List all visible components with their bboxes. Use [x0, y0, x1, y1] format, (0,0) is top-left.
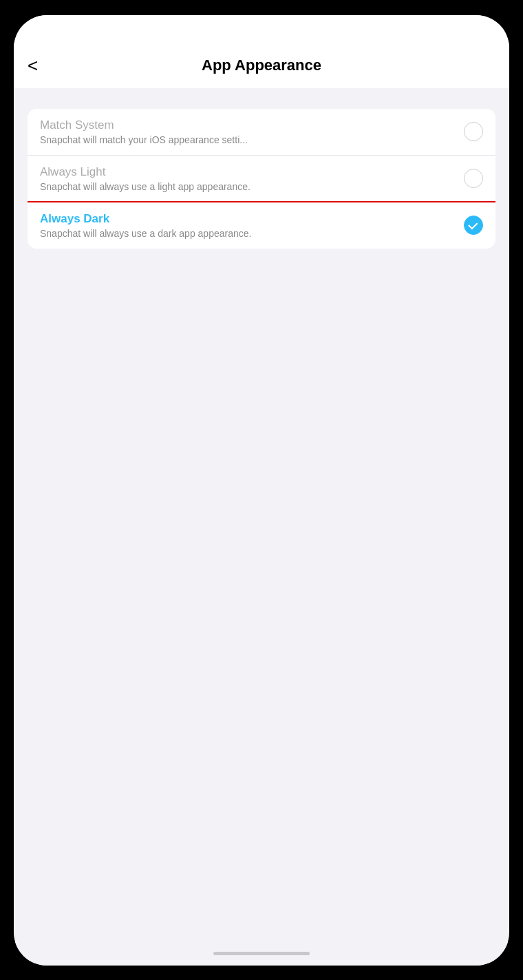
- home-indicator: [14, 942, 509, 966]
- option-always-dark-description: Snapchat will always use a dark app appe…: [40, 228, 456, 239]
- page-title: App Appearance: [202, 56, 321, 74]
- option-always-light-radio[interactable]: [464, 169, 483, 188]
- option-always-light-description: Snapchat will always use a light app app…: [40, 181, 456, 192]
- option-match-system-description: Snapchat will match your iOS appearance …: [40, 134, 456, 145]
- back-button[interactable]: <: [28, 54, 43, 77]
- option-match-system-title: Match System: [40, 118, 456, 132]
- content-area: Match System Snapchat will match your iO…: [14, 88, 509, 942]
- option-always-dark-text: Always Dark Snapchat will always use a d…: [40, 212, 456, 239]
- option-match-system-radio[interactable]: [464, 122, 483, 141]
- status-bar: [14, 15, 509, 45]
- option-always-dark-title: Always Dark: [40, 212, 456, 226]
- header: < App Appearance: [14, 45, 509, 88]
- option-always-dark-radio[interactable]: [464, 216, 483, 235]
- option-always-dark[interactable]: Always Dark Snapchat will always use a d…: [28, 202, 495, 249]
- option-match-system[interactable]: Match System Snapchat will match your iO…: [28, 109, 495, 156]
- phone-frame: < App Appearance Match System Snapchat w…: [14, 15, 509, 966]
- home-indicator-bar: [213, 952, 310, 955]
- appearance-options-list: Match System Snapchat will match your iO…: [28, 109, 495, 249]
- option-always-light-text: Always Light Snapchat will always use a …: [40, 165, 456, 192]
- option-match-system-text: Match System Snapchat will match your iO…: [40, 118, 456, 145]
- option-always-light-title: Always Light: [40, 165, 456, 179]
- option-always-light[interactable]: Always Light Snapchat will always use a …: [28, 156, 495, 202]
